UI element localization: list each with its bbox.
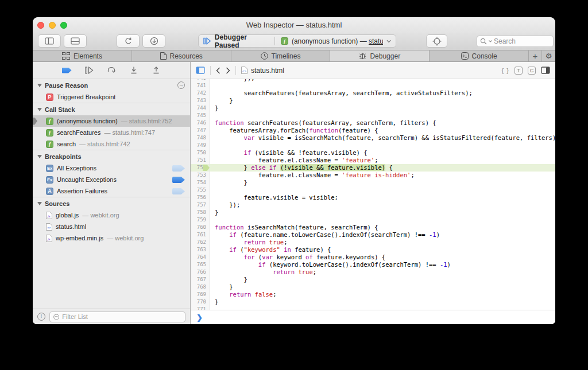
download-button[interactable] xyxy=(142,34,165,48)
toggle-right-sidebar-icon[interactable] xyxy=(541,67,550,74)
close-button[interactable] xyxy=(37,22,44,29)
source-item[interactable]: jswp-embed.min.js — webkit.org xyxy=(33,232,190,244)
line-content[interactable]: function searchFeatures(featuresArray, s… xyxy=(210,119,555,127)
step-over-button[interactable] xyxy=(106,66,117,75)
line-content[interactable]: return true; xyxy=(210,268,555,276)
code-view[interactable]: 740 });741742 searchFeatures(featuresArr… xyxy=(191,79,555,310)
pretty-print-button[interactable]: { } xyxy=(502,67,509,74)
line-content[interactable]: } else if (!visible && feature.visible) … xyxy=(210,164,555,172)
continue-icon[interactable] xyxy=(203,37,211,45)
breakpoints-header[interactable]: Breakpoints xyxy=(33,150,190,162)
pause-reason-item[interactable]: PTriggered Breakpoint xyxy=(33,91,190,103)
line-content[interactable] xyxy=(210,186,555,194)
minimize-button[interactable] xyxy=(49,22,56,29)
type-profiling-button[interactable]: T xyxy=(514,67,523,75)
sources-header[interactable]: Sources xyxy=(33,197,190,209)
line-content[interactable]: } xyxy=(210,104,555,112)
breakpoint-toggle-pill[interactable] xyxy=(172,165,185,172)
line-content[interactable]: if (visible && !feature.visible) { xyxy=(210,149,555,157)
source-item[interactable]: <>status.html xyxy=(33,221,190,232)
line-number[interactable]: 741 xyxy=(191,82,210,89)
line-number[interactable]: 758 xyxy=(191,209,210,216)
step-out-button[interactable] xyxy=(151,66,161,75)
line-content[interactable]: if (feature.name.toLowerCase().indexOf(s… xyxy=(210,231,555,239)
line-number[interactable]: 757 xyxy=(191,201,210,209)
line-number[interactable]: 747 xyxy=(191,127,210,134)
pause-reason-header[interactable]: Pause Reason→ xyxy=(33,79,190,91)
line-content[interactable]: var visible = isSearchMatch(feature, sea… xyxy=(210,134,555,142)
filter-list-input[interactable] xyxy=(62,313,181,320)
element-picker-button[interactable] xyxy=(426,34,447,48)
line-number[interactable]: 765 xyxy=(191,261,210,268)
forward-button-icon[interactable] xyxy=(226,67,230,74)
tab-console[interactable]: Console xyxy=(430,50,529,61)
line-number[interactable]: 770 xyxy=(191,298,210,306)
line-content[interactable]: } xyxy=(210,298,555,306)
line-content[interactable]: } xyxy=(210,276,555,283)
line-content[interactable]: feature.el.className = 'feature is-hidde… xyxy=(210,172,555,179)
line-content[interactable]: } xyxy=(210,209,555,216)
line-number[interactable]: 749 xyxy=(191,142,210,149)
line-number[interactable]: 768 xyxy=(191,283,210,291)
line-content[interactable]: } xyxy=(210,179,555,186)
dock-bottom-button[interactable] xyxy=(64,34,87,48)
call-stack-frame[interactable]: fsearch — status.html:742 xyxy=(33,138,190,150)
line-content[interactable]: feature.el.className = 'feature'; xyxy=(210,157,555,164)
line-number[interactable]: 764 xyxy=(191,254,210,261)
line-number[interactable]: 750 xyxy=(191,149,210,157)
line-number[interactable]: 751 xyxy=(191,157,210,164)
line-number[interactable]: 763 xyxy=(191,246,210,254)
breakpoint-item[interactable]: ExUncaught Exceptions xyxy=(33,174,190,185)
line-number[interactable]: 761 xyxy=(191,231,210,239)
line-number[interactable]: 759 xyxy=(191,216,210,224)
settings-tab-button[interactable]: ⚙ xyxy=(542,50,555,61)
line-content[interactable] xyxy=(210,216,555,224)
line-number[interactable]: 744 xyxy=(191,104,210,112)
tab-debugger[interactable]: Debugger xyxy=(330,50,430,61)
line-content[interactable]: searchFeatures(featuresArray, searchTerm… xyxy=(210,89,555,97)
search-field[interactable] xyxy=(477,36,554,47)
line-number[interactable]: 743 xyxy=(191,97,210,104)
line-number[interactable]: 754 xyxy=(191,179,210,186)
zoom-button[interactable] xyxy=(60,22,67,29)
call-stack-frame[interactable]: fsearchFeatures — status.html:747 xyxy=(33,127,190,138)
line-content[interactable]: for (var keyword of feature.keywords) { xyxy=(210,254,555,261)
breakpoint-toggle-pill[interactable] xyxy=(172,177,185,183)
line-content[interactable]: function isSearchMatch(feature, searchTe… xyxy=(210,224,555,231)
step-into-button[interactable] xyxy=(129,66,139,75)
breakpoint-toggle-pill[interactable] xyxy=(172,188,185,194)
search-input[interactable] xyxy=(494,37,546,45)
back-button-icon[interactable] xyxy=(216,67,220,74)
line-content[interactable] xyxy=(210,82,555,89)
source-item[interactable]: jsglobal.js — webkit.org xyxy=(33,209,190,221)
line-number[interactable]: 746 xyxy=(191,119,210,127)
scope-chain-dropdown[interactable]: (anonymous function) — statu… xyxy=(292,37,383,45)
debugger-paused-label[interactable]: Debugger Paused xyxy=(215,33,269,49)
new-tab-button[interactable]: + xyxy=(529,50,542,61)
line-content[interactable] xyxy=(210,306,555,310)
toggle-breakpoints-button[interactable] xyxy=(61,66,72,75)
breakpoint-item[interactable]: ExAll Exceptions xyxy=(33,162,190,174)
line-content[interactable]: if (keyword.toLowerCase().indexOf(search… xyxy=(210,261,555,268)
line-number[interactable]: 766 xyxy=(191,268,210,276)
dock-side-button[interactable] xyxy=(38,34,61,48)
line-content[interactable]: } xyxy=(210,97,555,104)
line-content[interactable] xyxy=(210,142,555,149)
line-number[interactable]: 760 xyxy=(191,224,210,231)
line-content[interactable]: } xyxy=(210,283,555,291)
line-number[interactable]: 762 xyxy=(191,239,210,246)
line-content[interactable] xyxy=(210,112,555,119)
info-icon[interactable]: ! xyxy=(37,313,45,321)
breadcrumb-current-file[interactable]: <> status.html xyxy=(241,67,284,75)
line-content[interactable]: return true; xyxy=(210,239,555,246)
console-input[interactable] xyxy=(207,310,550,324)
call-stack-frame[interactable]: f(anonymous function) — status.html:752 xyxy=(33,115,190,127)
reload-button[interactable] xyxy=(117,34,140,48)
line-content[interactable]: feature.visible = visible; xyxy=(210,194,555,201)
line-content[interactable]: if ("keywords" in feature) { xyxy=(210,246,555,254)
line-number[interactable]: 742 xyxy=(191,89,210,97)
tab-resources[interactable]: Resources xyxy=(132,50,231,61)
line-content[interactable]: return false; xyxy=(210,291,555,298)
tab-elements[interactable]: Elements xyxy=(33,50,132,61)
line-number[interactable]: 771 xyxy=(191,306,210,310)
